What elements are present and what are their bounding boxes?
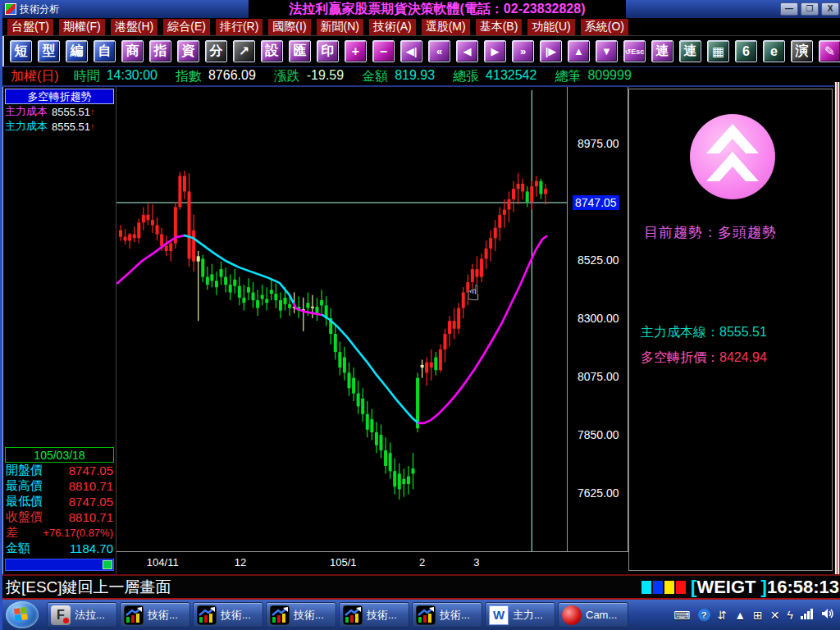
menu-item-基本[interactable]: 基本(B) — [476, 19, 523, 35]
esc-button[interactable]: ↺Esc — [623, 40, 646, 62]
candle — [494, 228, 497, 239]
candle — [443, 334, 446, 349]
task-technical-1[interactable]: 技術... — [120, 602, 190, 628]
menu-item-港盤[interactable]: 港盤(H) — [111, 19, 158, 35]
info-button[interactable]: 資 — [177, 40, 199, 62]
product-button[interactable]: 商 — [121, 40, 144, 62]
note-button[interactable]: ✎ — [819, 40, 840, 62]
menu-item-排行[interactable]: 排行(R) — [216, 19, 262, 35]
short-term-button[interactable]: 短 — [10, 40, 32, 62]
demo-button[interactable]: 演 — [791, 40, 813, 62]
ohlc-row: 收盤價8810.71 — [3, 509, 116, 525]
menu-item-期權[interactable]: 期權(F) — [59, 19, 105, 35]
candle — [220, 269, 223, 276]
date-label: 105/1 — [318, 556, 368, 568]
candle — [169, 244, 172, 251]
fast-back-button[interactable]: « — [428, 40, 450, 62]
analysis-button[interactable]: 分 — [205, 40, 227, 62]
chart-type-button[interactable]: 型 — [38, 40, 60, 62]
zoom-out-button[interactable]: − — [372, 40, 395, 62]
power-icon[interactable]: ϟ — [788, 609, 793, 622]
menu-item-綜合[interactable]: 綜合(E) — [163, 19, 210, 35]
candle — [306, 303, 309, 308]
keyboard-icon[interactable]: ⌨ — [673, 609, 690, 622]
status-code-time: [WEIGT ]16:58:13 — [691, 577, 839, 598]
menu-item-台盤[interactable]: 台盤(T) — [7, 19, 53, 35]
trend-chart-button[interactable]: ↗ — [233, 40, 255, 62]
quote-count-label: 總筆 — [555, 68, 581, 85]
chart-app-icon — [416, 605, 436, 625]
task-technical-4[interactable]: 技術... — [339, 602, 409, 628]
candlestick-chart[interactable] — [116, 87, 567, 551]
minimize-button[interactable]: — — [780, 2, 798, 16]
signal-icon[interactable] — [801, 608, 814, 623]
word-doc-icon: W — [489, 605, 509, 625]
down-button[interactable]: ▼ — [596, 40, 618, 62]
menu-item-選股[interactable]: 選股(M) — [422, 19, 470, 35]
menu-item-系統[interactable]: 系統(O) — [581, 19, 628, 35]
hand-e-button[interactable]: e — [763, 40, 785, 62]
close-button[interactable]: X — [821, 2, 839, 16]
candle — [137, 222, 140, 238]
start-button[interactable] — [6, 601, 39, 628]
windows-flag-icon[interactable]: ⊞ — [753, 609, 763, 622]
status-hint: 按[ESC]鍵回上一層畫面 — [6, 577, 641, 598]
task-falali[interactable]: F法拉... — [47, 602, 117, 628]
last-button[interactable]: |▶ — [540, 40, 562, 62]
up-button[interactable]: ▲ — [568, 40, 590, 62]
edit-button[interactable]: 編 — [66, 40, 88, 62]
candle — [146, 215, 149, 220]
ohlc-value: 8810.71 — [69, 510, 113, 524]
export-button[interactable]: 匯 — [289, 40, 311, 62]
menu-item-國際[interactable]: 國際(I) — [268, 19, 310, 35]
menu-item-新聞[interactable]: 新聞(N) — [317, 19, 363, 35]
left-panel-scrollbar[interactable] — [5, 559, 114, 571]
task-label: 主力... — [513, 608, 543, 623]
first-button[interactable]: ◀| — [400, 40, 422, 62]
task-word-doc[interactable]: W主力... — [485, 602, 555, 628]
title-bar: 技術分析 法拉利贏家股票期貨決策軟體(電話：02-23832828) —❐X — [2, 0, 840, 18]
up-arrow-icon: ↑ — [90, 121, 95, 131]
task-technical-2[interactable]: 技術... — [193, 602, 263, 628]
candle — [489, 238, 492, 249]
candle — [348, 372, 351, 388]
indicator-button[interactable]: 指 — [149, 40, 171, 62]
quote-time-label: 時間 — [74, 68, 100, 85]
ohlc-row: 最高價8810.71 — [3, 478, 116, 494]
fast-forward-button[interactable]: » — [512, 40, 534, 62]
candle — [366, 414, 369, 430]
candle — [357, 394, 360, 407]
system-tray: ⌨?⇵▲⊞✕ϟ — [673, 608, 840, 623]
show-hidden-icons[interactable]: ▲ — [734, 609, 746, 622]
title-banner: 法拉利贏家股票期貨決策軟體(電話：02-23832828) — [249, 0, 626, 18]
restore-button[interactable]: ❐ — [801, 2, 819, 16]
quote-amount: 金額819.93 — [362, 68, 435, 85]
updown-icon[interactable]: ⇵ — [718, 609, 728, 622]
task-technical-3[interactable]: 技術... — [266, 602, 336, 628]
zoom-in-button[interactable]: + — [345, 40, 367, 62]
candle — [343, 357, 346, 372]
volume-icon[interactable] — [821, 608, 834, 623]
custom-button[interactable]: 自 — [94, 40, 116, 62]
price-label-highlighted: 8747.05 — [573, 195, 619, 210]
back-button[interactable]: ◀ — [456, 40, 478, 62]
uptrend-arrows-icon — [690, 114, 775, 199]
settings-button[interactable]: 設 — [261, 40, 283, 62]
scrollbar-thumb[interactable] — [103, 560, 112, 569]
candle — [311, 307, 314, 308]
app-logo-icon — [5, 3, 16, 15]
candle — [480, 259, 483, 277]
lock-button[interactable]: 6 — [735, 40, 757, 62]
help-icon[interactable]: ? — [698, 609, 710, 621]
link-button[interactable]: 連 — [651, 40, 673, 62]
task-technical-5[interactable]: 技術... — [412, 602, 482, 628]
print-button[interactable]: 印 — [317, 40, 339, 62]
network-error-icon[interactable]: ✕ — [770, 609, 780, 622]
menu-item-功能[interactable]: 功能(U) — [527, 19, 574, 35]
screen-button[interactable]: ▦ — [707, 40, 729, 62]
ohlc-value: +76.17(0.87%) — [43, 527, 113, 539]
menu-item-技術[interactable]: 技術(A) — [369, 19, 416, 35]
task-camtasia[interactable]: Cam... — [558, 602, 628, 628]
link-alt-button[interactable]: 連 — [679, 40, 701, 62]
forward-button[interactable]: ▶ — [484, 40, 506, 62]
